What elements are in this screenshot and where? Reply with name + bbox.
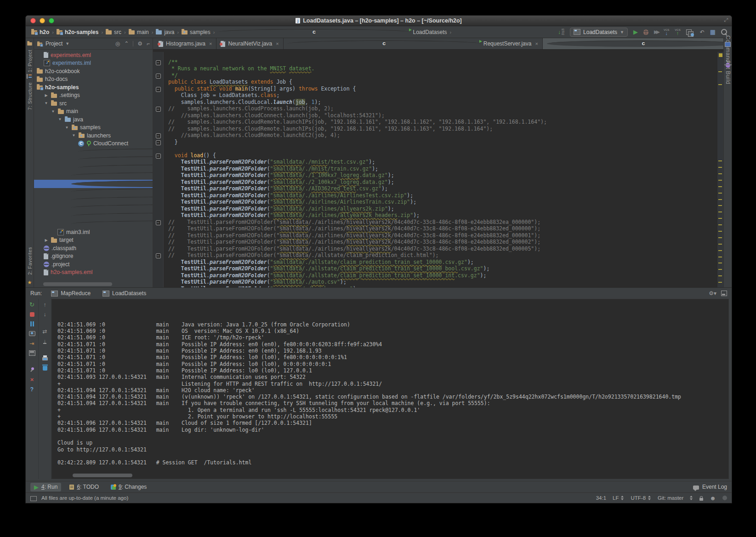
exit-button[interactable]: ⇥ <box>29 340 34 346</box>
frame-icon[interactable] <box>30 496 37 501</box>
fold-collapse-icon[interactable]: − <box>156 60 161 65</box>
code-editor[interactable]: −/** * Runs a neural network on the MNIS… <box>153 52 717 287</box>
encoding-widget[interactable]: UTF-8 <box>631 495 651 501</box>
local-history-button[interactable] <box>686 29 692 35</box>
collapsed-arrow-icon[interactable]: ▶ <box>44 238 49 242</box>
clear-console-button[interactable] <box>43 365 47 371</box>
fold-end-icon[interactable]: − <box>156 74 161 79</box>
collapse-all-icon[interactable]: ⌃ <box>124 40 129 47</box>
tree-item-webapi[interactable]: WebAPI <box>34 220 153 229</box>
fold-collapse-icon[interactable]: − <box>156 87 161 92</box>
tree-item-mapreduce[interactable]: MapReduce <box>34 188 153 196</box>
run-configuration-select[interactable]: LoadDatasets ▼ <box>570 28 628 37</box>
tree-item-h2o-cookbook[interactable]: h2o-cookbook <box>34 67 153 75</box>
project-tree[interactable]: experiments.emlexperiments.imlh2o-cookbo… <box>34 50 153 282</box>
tree-item-h2o-docs[interactable]: h2o-docs <box>34 75 153 84</box>
breadcrumb-item[interactable]: samples <box>181 29 211 35</box>
tree-item-mapreducekmeans[interactable]: MapReduceKMeans <box>34 196 153 204</box>
tab-requestserver-java[interactable]: RequestServer.java× <box>284 38 543 49</box>
status-message[interactable]: All files are up-to-date (a minute ago) <box>41 495 128 501</box>
run-tab-loaddatasets[interactable]: LoadDatasets <box>100 290 149 297</box>
run-button[interactable]: ▶ <box>633 29 638 35</box>
fold-end-icon[interactable]: − <box>156 140 161 145</box>
fold-end-icon[interactable]: − <box>156 253 161 258</box>
hide-panel-icon[interactable]: ⌐ <box>147 40 150 47</box>
breadcrumb-item[interactable]: LoadDatasets <box>216 29 448 35</box>
sidebar-item-commander[interactable]: Commander <box>725 49 731 55</box>
tree-item-main3-iml[interactable]: main3.iml <box>34 228 153 236</box>
title-bar[interactable]: LoadDatasets.java – [h2o-samples] – h2o … <box>26 16 732 26</box>
tree-horizontal-scrollbar[interactable] <box>43 282 112 286</box>
tree-item-cloudconnect[interactable]: CloudConnect <box>34 140 153 148</box>
breadcrumb-item[interactable]: main <box>128 29 150 35</box>
sidebar-item-structure[interactable]: 7: Structure <box>27 82 33 110</box>
scroll-to-end-button[interactable]: ↓ <box>43 338 47 344</box>
bottom-tab-9-changes[interactable]: 9: Changes <box>107 483 150 491</box>
bottom-tab-4-run[interactable]: ▶4: Run <box>30 483 61 491</box>
undo-button[interactable]: ↶ <box>700 29 705 35</box>
breadcrumb-item[interactable]: h2o-samples <box>56 29 99 35</box>
collapsed-arrow-icon[interactable]: ▶ <box>44 93 49 97</box>
fold-end-icon[interactable]: − <box>156 133 161 138</box>
tree-item-frames[interactable]: Frames <box>34 172 153 180</box>
tree-item-src[interactable]: ▼src <box>34 99 153 108</box>
tree-item-samples[interactable]: ▼samples <box>34 124 153 132</box>
tree-item-neuralnetmnistdrec[interactable]: NeuralNetMnistDrec <box>34 212 153 220</box>
close-icon[interactable]: × <box>276 41 279 46</box>
tab-neuralnetviz-java[interactable]: NeuralNetViz.java× <box>216 38 283 49</box>
down-stack-trace-button[interactable]: ↓ <box>44 311 46 317</box>
sidebar-item-favorites[interactable]: 2: Favorites <box>27 247 33 275</box>
event-log-button[interactable]: Event Log <box>693 484 727 490</box>
debug-button[interactable] <box>643 29 648 35</box>
print-button[interactable] <box>42 355 48 361</box>
help-button[interactable]: ? <box>30 386 34 392</box>
breadcrumb-item[interactable]: src <box>105 29 122 35</box>
tree-item-neuralnetmnist[interactable]: NeuralNetMnist <box>34 204 153 212</box>
hide-panel-icon[interactable] <box>721 291 727 296</box>
vcs-commit-button[interactable]: VCS↑ <box>675 29 680 35</box>
expanded-arrow-icon[interactable]: ▼ <box>57 117 63 121</box>
gear-icon[interactable]: ⚙▾ <box>709 290 716 297</box>
soft-wrap-button[interactable]: ⇄ <box>42 328 47 334</box>
bottom-tab-6-todo[interactable]: 6: TODO <box>66 483 102 491</box>
line-ending-widget[interactable]: LF <box>613 495 624 501</box>
rerun-button[interactable]: ↻ <box>29 302 34 308</box>
tree-item--gitignore[interactable]: .gitignore <box>34 252 153 261</box>
minimize-window-button[interactable] <box>40 18 45 23</box>
tree-item-cloudlocal[interactable]: CloudLocal <box>34 148 153 156</box>
zoom-window-button[interactable] <box>49 18 54 23</box>
structure-tool-icon[interactable] <box>27 74 33 79</box>
pause-button[interactable] <box>30 321 34 327</box>
commander-tool-icon[interactable] <box>725 42 731 47</box>
tree-item-h2o-samples-eml[interactable]: h2o-samples.eml <box>34 268 153 277</box>
expanded-arrow-icon[interactable]: ▼ <box>44 101 49 105</box>
locate-file-icon[interactable]: ◎ <box>115 40 120 47</box>
sidebar-item-project[interactable]: 1: Project <box>27 50 33 72</box>
run-tab-mapreduce[interactable]: MapReduce <box>48 290 93 297</box>
sidebar-item-ant-build[interactable]: Ant Build <box>725 69 731 75</box>
close-window-button[interactable] <box>30 18 36 23</box>
tree-item-experiments-iml[interactable]: experiments.iml <box>34 59 153 68</box>
breadcrumb-item[interactable]: h2o <box>30 29 50 35</box>
close-icon[interactable]: × <box>535 41 538 46</box>
tree-item-cloudremote[interactable]: CloudRemote <box>34 164 153 172</box>
favorites-star-icon[interactable]: ★ <box>28 280 32 286</box>
tree-item-java[interactable]: ▼java <box>34 115 153 124</box>
close-console-button[interactable]: × <box>30 377 34 383</box>
error-stripe[interactable] <box>717 52 723 287</box>
git-branch-widget[interactable]: Git: master <box>658 495 683 501</box>
chevron-down-icon[interactable]: ▼ <box>65 41 69 46</box>
up-stack-trace-button[interactable]: ↑ <box>44 302 46 308</box>
thread-dump-button[interactable] <box>29 331 35 337</box>
tree-item-h2o-samples[interactable]: h2o-samples <box>34 83 153 91</box>
tree-item-loaddatasets[interactable]: LoadDatasets <box>34 180 153 188</box>
expanded-arrow-icon[interactable]: ▼ <box>71 133 76 137</box>
binary-download-icon[interactable]: ↓011001 <box>558 29 564 35</box>
tree-item-target[interactable]: ▶target <box>34 236 153 245</box>
fold-collapse-icon[interactable]: − <box>156 107 161 112</box>
console-horizontal-scrollbar[interactable] <box>73 474 132 477</box>
tree-item--classpath[interactable]: .classpath <box>34 244 153 252</box>
ant-build-tool-icon[interactable] <box>726 63 730 68</box>
close-icon[interactable]: × <box>209 41 212 46</box>
vcs-update-button[interactable]: VCS↓ <box>664 29 669 35</box>
